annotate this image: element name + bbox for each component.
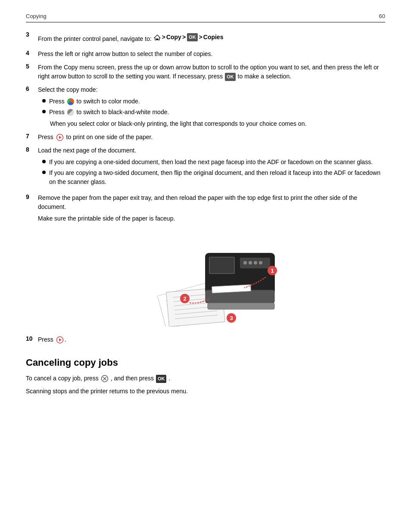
step-10: 10 Press . xyxy=(26,335,385,344)
cancel-paragraph-1: To cancel a copy job, press , and then p… xyxy=(26,373,385,383)
bullet-two-sided: If you are copying a two-sided document,… xyxy=(42,168,385,187)
svg-text:1: 1 xyxy=(271,268,274,274)
step-8-number: 8 xyxy=(26,146,38,153)
bullet-bw-text: Press to switch to black-and-white mode. xyxy=(49,108,169,117)
step-5: 5 From the Copy menu screen, press the u… xyxy=(26,63,385,81)
cancel-para1-start: To cancel a copy job, press xyxy=(26,375,100,382)
step-10-text: Press . xyxy=(38,336,66,343)
start-button-icon-7 xyxy=(56,134,64,141)
step-10-number: 10 xyxy=(26,335,38,342)
svg-marker-36 xyxy=(59,339,62,342)
step-9-number: 9 xyxy=(26,193,38,200)
svg-point-24 xyxy=(254,261,257,264)
printer-svg: 1 2 3 xyxy=(132,232,279,327)
svg-point-25 xyxy=(259,261,262,264)
step-5-text: From the Copy menu screen, press the up … xyxy=(38,64,379,80)
cancel-para1-mid: , and then press xyxy=(111,375,156,382)
step-6: 6 Select the copy mode: Press to switch … xyxy=(26,85,385,128)
ok-badge-cancel: OK xyxy=(156,375,167,383)
step-6-content: Select the copy mode: Press to switch to… xyxy=(38,85,385,128)
bullet-dot-1 xyxy=(42,99,46,103)
svg-marker-3 xyxy=(59,136,62,139)
section-cancel-title: Canceling copy jobs xyxy=(26,357,385,368)
svg-text:3: 3 xyxy=(230,315,233,321)
header-title: Copying xyxy=(26,13,47,19)
step-9-note: Make sure the printable side of the pape… xyxy=(38,214,385,223)
step-4-text: Press the left or right arrow button to … xyxy=(38,50,212,57)
nav-arrow-3: > xyxy=(199,33,202,42)
nav-copies-label: Copies xyxy=(203,33,224,42)
step-3-content: From the printer control panel, navigate… xyxy=(38,31,385,45)
step-9: 9 Remove the paper from the paper exit t… xyxy=(26,193,385,223)
step-9-content: Remove the paper from the paper exit tra… xyxy=(38,193,385,223)
step-4-content: Press the left or right arrow button to … xyxy=(38,50,385,59)
nav-path: > Copy > OK > Copies xyxy=(153,33,224,42)
step-3-text: From the printer control panel, navigate… xyxy=(38,35,152,42)
bullet-two-sided-text: If you are copying a two-sided document,… xyxy=(49,168,385,187)
page-header: Copying 60 xyxy=(26,13,385,22)
svg-rect-27 xyxy=(208,303,274,309)
start-button-icon-10 xyxy=(56,336,64,344)
step-5-content: From the Copy menu screen, press the up … xyxy=(38,63,385,81)
svg-rect-1 xyxy=(156,39,158,40)
printer-illustration: 1 2 3 xyxy=(26,232,385,327)
step-7-number: 7 xyxy=(26,133,38,140)
svg-text:2: 2 xyxy=(183,296,186,302)
step-9-text: Remove the paper from the paper exit tra… xyxy=(38,194,357,210)
step-6-bullets: Press to switch to color mode. Press to … xyxy=(38,97,385,117)
step-6-number: 6 xyxy=(26,85,38,92)
bullet-one-sided: If you are copying a one-sided document,… xyxy=(42,158,385,167)
bullet-one-sided-text: If you are copying a one-sided document,… xyxy=(49,158,373,167)
nav-copy-label: Copy xyxy=(166,33,181,42)
bullet-dot-3 xyxy=(42,160,46,163)
step-8: 8 Load the next page of the document. If… xyxy=(26,146,385,189)
bullet-dot-2 xyxy=(42,110,46,113)
bullet-dot-4 xyxy=(42,171,46,174)
svg-point-23 xyxy=(249,261,252,264)
svg-point-22 xyxy=(243,261,247,264)
bw-mode-icon xyxy=(67,109,74,116)
step-7-text: Press to print on one side of the paper. xyxy=(38,134,153,140)
nav-arrow-1: > xyxy=(162,33,165,42)
step-8-text: Load the next page of the document. xyxy=(38,147,136,154)
bullet-bw: Press to switch to black-and-white mode. xyxy=(42,108,385,117)
step-8-content: Load the next page of the document. If y… xyxy=(38,146,385,189)
bullet-color-text: Press to switch to color mode. xyxy=(49,97,140,106)
step-7: 7 Press to print on one side of the pape… xyxy=(26,133,385,142)
step-3: 3 From the printer control panel, naviga… xyxy=(26,31,385,45)
ok-badge-step5: OK xyxy=(225,73,236,81)
step-10-content: Press . xyxy=(38,335,385,344)
color-mode-icon xyxy=(67,98,74,105)
svg-rect-20 xyxy=(210,258,234,273)
cancel-icon xyxy=(101,375,109,383)
cancel-para1-end: . xyxy=(168,375,170,382)
step-8-bullets: If you are copying a one-sided document,… xyxy=(38,158,385,187)
nav-ok-badge: OK xyxy=(187,33,198,41)
step-4: 4 Press the left or right arrow button t… xyxy=(26,50,385,59)
step-4-number: 4 xyxy=(26,50,38,56)
header-page-number: 60 xyxy=(379,13,385,19)
step-6-note: When you select color or black-only prin… xyxy=(50,119,385,128)
cancel-paragraph-2: Scanning stops and the printer returns t… xyxy=(26,386,385,396)
step-5-number: 5 xyxy=(26,63,38,70)
nav-arrow-2: > xyxy=(182,33,186,42)
bullet-color: Press to switch to color mode. xyxy=(42,97,385,106)
page: Copying 60 3 From the printer control pa… xyxy=(0,0,411,532)
step-3-number: 3 xyxy=(26,31,38,38)
step-6-text: Select the copy mode: xyxy=(38,86,98,93)
home-icon xyxy=(154,34,161,41)
step-7-content: Press to print on one side of the paper. xyxy=(38,133,385,142)
